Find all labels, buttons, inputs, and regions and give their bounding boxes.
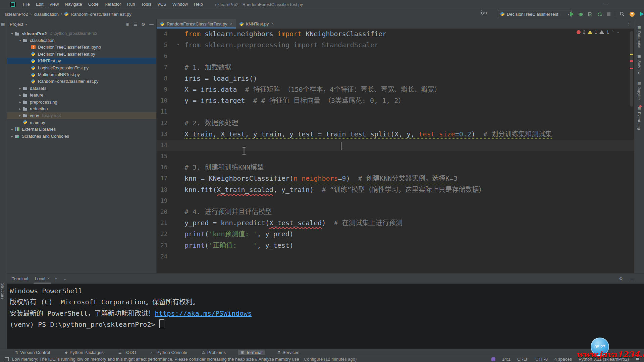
tree-item-preprocessing[interactable]: ▸preprocessing (7, 99, 156, 105)
terminal-output[interactable]: Windows PowerShell版权所有 (C) Microsoft Cor… (7, 284, 644, 330)
tool-window-button-python-console[interactable]: ▭Python Console (149, 350, 190, 355)
menu-file[interactable]: File (20, 2, 33, 7)
tree-chevron-icon[interactable]: ▾ (10, 32, 14, 36)
collapse-all-icon[interactable]: ☰ (133, 22, 138, 27)
run-configuration-select[interactable]: DecisionTreeClassifierTest ▾ (498, 10, 572, 18)
gradient-play-icon[interactable] (639, 11, 644, 17)
breadcrumb-item[interactable]: classification (33, 12, 59, 17)
code-line-7[interactable]: 7# 1. 加载数据 (157, 62, 634, 73)
fold-marker-icon[interactable]: ⌃ (177, 40, 179, 51)
terminal-link[interactable]: https://aka.ms/PSWindows (155, 309, 252, 317)
stripe-error-mark[interactable] (630, 68, 633, 69)
chevron-down-icon[interactable]: ▾ (25, 22, 27, 26)
code-line-21[interactable]: 21y_pred = knn.predict(X_test_scaled) # … (157, 218, 634, 229)
tab-options-icon[interactable]: ⋮ (627, 21, 631, 26)
run-button[interactable] (570, 12, 574, 16)
tool-window-button-services[interactable]: ⚙Services (275, 350, 302, 355)
tree-item-sklearnpro2[interactable]: ▾sklearnPro2D:\python_pro\sklearnPro2 (7, 30, 156, 37)
code-line-9[interactable]: 9X = iris.data # 特征矩阵 （150个样本，4个特征：萼长、萼宽… (157, 84, 634, 95)
menu-help[interactable]: Help (191, 2, 206, 7)
menu-edit[interactable]: Edit (33, 2, 46, 7)
minimize-button[interactable]: — (601, 0, 610, 8)
terminal-tab-local[interactable]: Local × (33, 274, 52, 284)
menu-code[interactable]: Code (85, 2, 102, 7)
search-everywhere-icon[interactable] (620, 11, 625, 17)
code-line-10[interactable]: 10y = iris.target # # 特征值 目标向量 （3类鸢尾花: 0… (157, 95, 634, 106)
tree-item-decisiontreeclassifiertest-py[interactable]: DecisionTreeClassifierTest.py (7, 51, 156, 57)
tool-window-button-todo[interactable]: ☰TODO (116, 350, 139, 355)
code-line-4[interactable]: 4from sklearn.neighbors import KNeighbor… (157, 28, 634, 40)
terminal-dropdown-icon[interactable]: ⌄ (60, 276, 70, 281)
file-encoding[interactable]: UTF-8 (535, 357, 548, 362)
menu-run[interactable]: Run (124, 2, 138, 7)
tree-chevron-icon[interactable]: ▸ (10, 127, 14, 131)
breadcrumb-item[interactable]: RandomForestClassifierTest.py (70, 12, 132, 17)
menu-vcs[interactable]: VCS (154, 2, 169, 7)
memory-indicator-icon[interactable] (491, 357, 495, 361)
code-line-12[interactable]: 12# 2. 数据预处理 (157, 118, 634, 129)
tool-stripe-jupyter[interactable]: ▦Jupyter (637, 81, 642, 100)
code-line-15[interactable]: 15 (157, 151, 634, 162)
tree-chevron-icon[interactable]: ▸ (18, 114, 22, 117)
project-stripe-icon[interactable]: ▦ (1, 22, 5, 26)
breadcrumb-item[interactable]: sklearnPro2 (4, 12, 29, 17)
tree-item-external-libraries[interactable]: ▸External Libraries (7, 126, 156, 132)
line-separator[interactable]: CRLF (517, 357, 529, 362)
editor-tab-randomforestclassifiertest-py[interactable]: RandomForestClassifierTest.py× (157, 19, 236, 28)
terminal-hide-icon[interactable]: — (630, 276, 635, 281)
project-panel-title[interactable]: Project (10, 22, 23, 27)
tree-item-knntest-py[interactable]: KNNTest.py (7, 58, 156, 64)
tool-window-button-version-control[interactable]: ⇅Version Control (13, 350, 52, 355)
tree-item-datasets[interactable]: ▸datasets (7, 85, 156, 92)
code-editor[interactable]: 2 1 1 ⌃ ⌄ 4from sklearn.neighbors import… (157, 28, 634, 273)
tree-item-decisiontreeclassifiertest-ipynb[interactable]: DecisionTreeClassifierTest.ipynb (7, 44, 156, 51)
code-line-19[interactable]: 19 (157, 195, 634, 206)
tool-window-button-problems[interactable]: ⚠Problems (200, 350, 228, 355)
code-line-8[interactable]: 8iris = load_iris() (157, 73, 634, 84)
tool-window-button-terminal[interactable]: ▣Terminal (238, 350, 265, 355)
low-memory-configure-link[interactable]: Configure (12 minutes ago) (304, 357, 357, 362)
low-memory-message[interactable]: Low memory: The IDE is running low on me… (12, 357, 299, 362)
terminal-panel-title[interactable]: Terminal: (8, 276, 33, 281)
tree-item-multinomialnbtest-py[interactable]: MultinomialNBTest.py (7, 71, 156, 78)
new-terminal-button[interactable]: + (52, 276, 60, 281)
terminal-settings-gear-icon[interactable]: ⚙ (619, 276, 623, 281)
tree-item-logisticregressiontest-py[interactable]: LogisticRegressionTest.py (7, 64, 156, 71)
close-icon[interactable]: × (271, 21, 274, 26)
tree-item-scratches-and-consoles[interactable]: ▸Scratches and Consoles (7, 133, 156, 139)
profiler-button[interactable] (597, 12, 602, 17)
indent-style[interactable]: 4 spaces (554, 357, 572, 362)
tree-item-classification[interactable]: ▾classification (7, 37, 156, 44)
debug-button[interactable] (578, 12, 583, 17)
editor-tab-knntest-py[interactable]: KNNTest.py× (236, 19, 277, 28)
tree-item-reduction[interactable]: ▸reduction (7, 105, 156, 112)
tree-item-randomforestclassifiertest-py[interactable]: RandomForestClassifierTest.py (7, 78, 156, 85)
update-available-icon[interactable] (629, 11, 635, 17)
code-line-24[interactable]: 24 (157, 251, 634, 262)
code-line-22[interactable]: 22print('knn预测值: ', y_pred) (157, 229, 634, 240)
code-line-11[interactable]: 11 (157, 106, 634, 117)
code-line-23[interactable]: 23print('正确值: ', y_test) (157, 240, 634, 251)
stripe-warning-mark[interactable] (630, 54, 633, 55)
menu-window[interactable]: Window (169, 2, 191, 7)
status-event-icon[interactable] (5, 357, 9, 361)
tree-item-feature[interactable]: ▸feature (7, 92, 156, 99)
code-line-6[interactable]: 6 (157, 51, 634, 62)
tree-chevron-icon[interactable]: ▸ (10, 134, 14, 138)
close-icon[interactable]: × (47, 276, 50, 281)
tree-item-main-py[interactable]: main.py (7, 119, 156, 126)
tool-stripe-sciview[interactable]: ▦SciView (637, 54, 642, 74)
stripe-error-mark[interactable] (630, 60, 633, 62)
tree-chevron-icon[interactable]: ▸ (18, 107, 22, 111)
tool-stripe-database[interactable]: ▦Database (637, 25, 642, 48)
code-line-16[interactable]: 16# 3. 创建和训练KNN模型 (157, 162, 634, 173)
menu-view[interactable]: View (46, 2, 62, 7)
run-with-coverage-button[interactable] (588, 12, 593, 17)
code-line-18[interactable]: 18knn.fit(X_train_scaled, y_train) # “训练… (157, 184, 634, 195)
tree-chevron-icon[interactable]: ▾ (18, 39, 22, 42)
tool-window-button-python-packages[interactable]: ◆Python Packages (62, 350, 106, 355)
settings-gear-icon[interactable]: ⚙ (141, 22, 145, 27)
tree-chevron-icon[interactable]: ▸ (18, 86, 22, 90)
close-icon[interactable]: × (230, 21, 232, 26)
menu-refactor[interactable]: Refactor (102, 2, 124, 7)
